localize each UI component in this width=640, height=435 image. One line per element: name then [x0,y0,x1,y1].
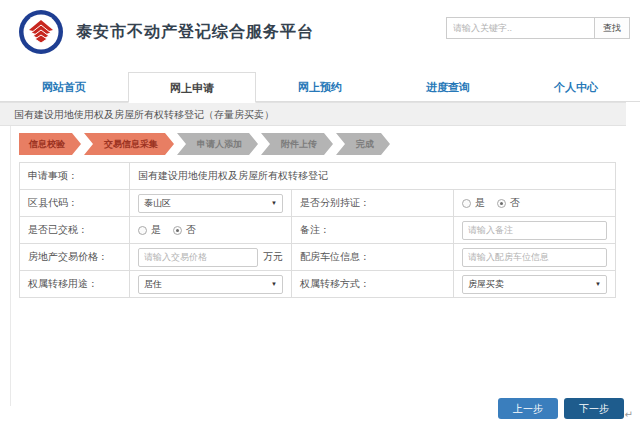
search-input[interactable] [446,17,594,39]
district-code-value: 泰山区 [144,197,171,210]
step-wizard: 信息校验 交易信息采集 申请人添加 附件上传 完成 [19,133,640,155]
transfer-purpose-label: 权属转移用途： [20,271,130,298]
transfer-method-cell: 房屋买卖 ▼ [454,271,616,298]
radio-unchecked-icon[interactable] [138,226,147,235]
step-info-verify: 信息校验 [19,133,81,155]
page-header: 泰安市不动产登记综合服务平台 查找 [0,0,640,66]
transfer-purpose-cell: 居住 ▼ [130,271,292,298]
remarks-input[interactable] [462,221,607,240]
radio-yes-label: 是 [151,223,161,237]
tab-online-appointment[interactable]: 网上预约 [256,72,384,101]
previous-step-button[interactable]: 上一步 [498,398,558,419]
separate-certificate-no[interactable]: 否 [497,196,520,210]
return-mark-glyph: ↵ [625,409,633,420]
separate-certificate-yes[interactable]: 是 [462,196,485,210]
radio-unchecked-icon[interactable] [462,199,471,208]
step-add-applicant: 申请人添加 [177,133,258,155]
chevron-down-icon: ▼ [271,281,277,287]
wizard-actions: 上一步 下一步 [498,398,624,419]
separate-certificate-label: 是否分别持证： [292,190,454,217]
transfer-method-value: 房屋买卖 [468,278,504,291]
transfer-purpose-value: 居住 [144,278,162,291]
radio-checked-icon[interactable] [497,199,506,208]
step-complete: 完成 [336,133,390,155]
content-panel: 信息校验 交易信息采集 申请人添加 附件上传 完成 申请事项： 国有建设用地使用… [10,126,640,406]
radio-no-label: 否 [186,223,196,237]
transaction-form: 申请事项： 国有建设用地使用权及房屋所有权转移登记 区县代码： 泰山区 ▼ 是否… [19,162,616,298]
step-transaction-info: 交易信息采集 [84,133,174,155]
parking-info-input[interactable] [462,248,607,267]
remarks-label: 备注： [292,217,454,244]
application-item-text: 国有建设用地使用权及房屋所有权转移登记 [138,170,328,181]
transaction-price-cell: 万元 [130,244,292,271]
tax-paid-no[interactable]: 否 [173,223,196,237]
district-code-label: 区县代码： [20,190,130,217]
page-title: 泰安市不动产登记综合服务平台 [76,22,314,43]
chevron-down-icon: ▼ [271,200,277,206]
district-code-cell: 泰山区 ▼ [130,190,292,217]
parking-info-label: 配房车位信息： [292,244,454,271]
breadcrumb: 国有建设用地使用权及房屋所有权转移登记（存量房买卖） [0,102,626,126]
keyword-search: 查找 [446,17,630,39]
separate-certificate-cell: 是 否 [454,190,616,217]
tab-progress-inquiry[interactable]: 进度查询 [384,72,512,101]
main-nav: 网站首页 网上申请 网上预约 进度查询 个人中心 [0,72,640,102]
parking-info-cell [454,244,616,271]
row-transfer: 权属转移用途： 居住 ▼ 权属转移方式： 房屋买卖 ▼ [20,271,616,298]
tab-personal-center[interactable]: 个人中心 [512,72,640,101]
chevron-down-icon: ▼ [595,281,601,287]
transaction-price-input[interactable] [138,248,258,267]
step-upload-attachment: 附件上传 [261,133,333,155]
transfer-purpose-select[interactable]: 居住 ▼ [138,275,283,294]
application-item-label: 申请事项： [20,163,130,190]
district-code-select[interactable]: 泰山区 ▼ [138,194,283,213]
tax-paid-label: 是否已交税： [20,217,130,244]
remarks-cell [454,217,616,244]
platform-seal-logo [18,9,64,55]
radio-no-label: 否 [510,196,520,210]
tab-online-application[interactable]: 网上申请 [128,72,256,103]
transfer-method-select[interactable]: 房屋买卖 ▼ [462,275,607,294]
row-price-parking: 房地产交易价格： 万元 配房车位信息： [20,244,616,271]
next-step-button[interactable]: 下一步 [564,398,624,419]
radio-checked-icon[interactable] [173,226,182,235]
tax-paid-cell: 是 否 [130,217,292,244]
row-application-item: 申请事项： 国有建设用地使用权及房屋所有权转移登记 [20,163,616,190]
tab-site-home[interactable]: 网站首页 [0,72,128,101]
application-item-value: 国有建设用地使用权及房屋所有权转移登记 [130,163,616,190]
search-button[interactable]: 查找 [594,17,630,39]
row-district-certificate: 区县代码： 泰山区 ▼ 是否分别持证： 是 [20,190,616,217]
radio-yes-label: 是 [475,196,485,210]
row-tax-remarks: 是否已交税： 是 否 备注： [20,217,616,244]
tax-paid-yes[interactable]: 是 [138,223,161,237]
price-unit-label: 万元 [263,250,283,264]
transfer-method-label: 权属转移方式： [292,271,454,298]
transaction-price-label: 房地产交易价格： [20,244,130,271]
